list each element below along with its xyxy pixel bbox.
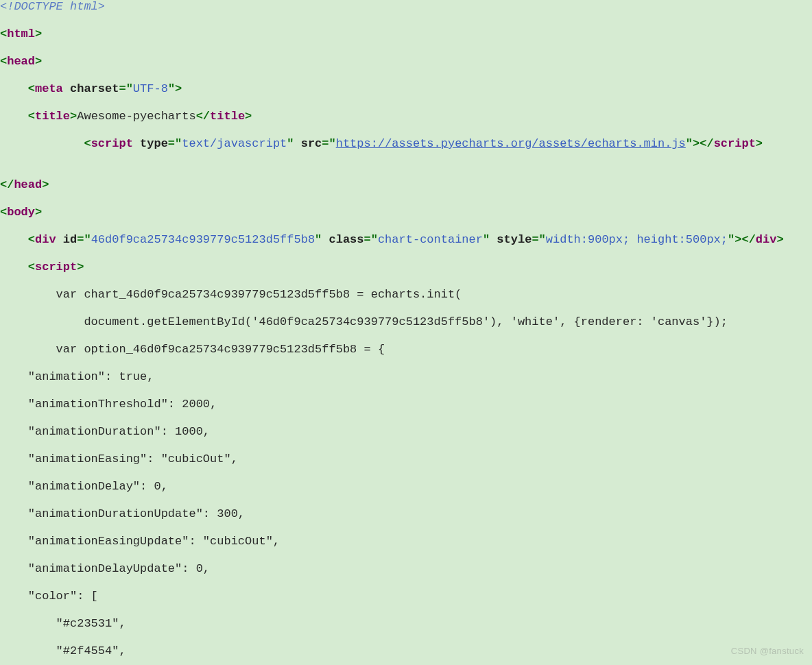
code-block: <!DOCTYPE html> <html> <head> <meta char… [0,0,812,665]
